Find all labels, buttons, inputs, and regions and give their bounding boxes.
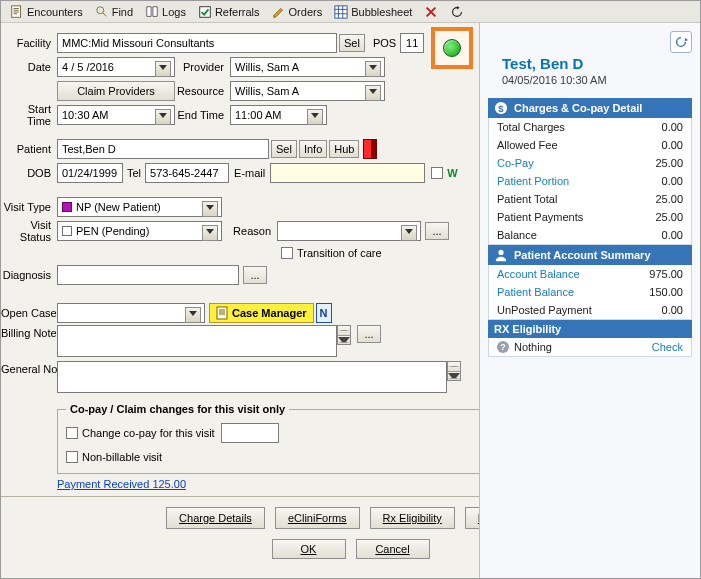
visit-status-value: PEN (Pending) bbox=[76, 225, 149, 237]
summary-key[interactable]: Account Balance bbox=[497, 268, 580, 280]
panel-refresh-button[interactable] bbox=[670, 31, 692, 53]
bubblesheet-label: Bubblesheet bbox=[351, 6, 412, 18]
account-section-body: Account Balance975.00Patient Balance150.… bbox=[488, 265, 692, 320]
general-notes-scrollbar[interactable] bbox=[447, 361, 461, 381]
facility-sel-button[interactable]: Sel bbox=[339, 34, 365, 52]
pos-field[interactable] bbox=[400, 33, 424, 53]
dob-field[interactable] bbox=[57, 163, 123, 183]
alert-flag-icon[interactable] bbox=[363, 139, 377, 159]
panel-patient-name: Test, Ben D bbox=[502, 55, 692, 72]
summary-row: Allowed Fee0.00 bbox=[489, 136, 691, 154]
billing-notes-field[interactable] bbox=[57, 325, 337, 357]
refresh-button[interactable] bbox=[445, 3, 469, 21]
account-section-header: Patient Account Summary bbox=[488, 245, 692, 265]
summary-row: Co-Pay25.00 bbox=[489, 154, 691, 172]
change-copay-checkbox[interactable]: Change co-pay for this visit bbox=[66, 427, 215, 439]
notes-icon bbox=[10, 5, 24, 19]
visit-status-label: Visit Status bbox=[1, 219, 57, 243]
non-billable-label: Non-billable visit bbox=[82, 451, 162, 463]
change-copay-amount-field[interactable] bbox=[221, 423, 279, 443]
case-manager-button[interactable]: Case Manager bbox=[209, 303, 314, 323]
summary-row: Patient Payments25.00 bbox=[489, 208, 691, 226]
resource-label: Resource bbox=[175, 85, 230, 97]
end-time-value: 11:00 AM bbox=[235, 109, 281, 121]
rx-section-body: ?Nothing Check bbox=[488, 338, 692, 357]
svg-text:$: $ bbox=[498, 103, 504, 114]
summary-row: Patient Portion0.00 bbox=[489, 172, 691, 190]
start-time-select[interactable]: 10:30 AM bbox=[57, 105, 175, 125]
logs-button[interactable]: Logs bbox=[140, 3, 191, 21]
online-status-icon[interactable] bbox=[443, 39, 461, 57]
claim-providers-button[interactable]: Claim Providers bbox=[57, 81, 175, 101]
end-time-select[interactable]: 11:00 AM bbox=[230, 105, 327, 125]
patient-info-button[interactable]: Info bbox=[299, 140, 327, 158]
email-checkbox[interactable] bbox=[431, 167, 443, 179]
diagnosis-field[interactable] bbox=[57, 265, 239, 285]
transition-checkbox[interactable]: Transition of care bbox=[281, 247, 382, 259]
general-notes-label: General Notes bbox=[1, 361, 57, 375]
find-label: Find bbox=[112, 6, 133, 18]
svg-point-1 bbox=[96, 6, 103, 13]
encounters-button[interactable]: Encounters bbox=[5, 3, 88, 21]
summary-value: 0.00 bbox=[662, 304, 683, 316]
summary-key[interactable]: Co-Pay bbox=[497, 157, 534, 169]
provider-value: Willis, Sam A bbox=[235, 61, 299, 73]
open-cases-select[interactable] bbox=[57, 303, 205, 323]
charge-details-button[interactable]: Charge Details bbox=[166, 507, 265, 529]
reason-select[interactable] bbox=[277, 221, 421, 241]
charges-section-header: $ Charges & Co-pay Detail bbox=[488, 98, 692, 118]
summary-key: Total Charges bbox=[497, 121, 565, 133]
payment-received-link[interactable]: Payment Received 125.00 bbox=[57, 478, 186, 490]
general-notes-field[interactable] bbox=[57, 361, 447, 393]
tel-label: Tel bbox=[123, 167, 145, 179]
reason-more-button[interactable]: ... bbox=[425, 222, 449, 240]
facility-field[interactable] bbox=[57, 33, 337, 53]
patient-hub-button[interactable]: Hub bbox=[329, 140, 359, 158]
patient-sel-button[interactable]: Sel bbox=[271, 140, 297, 158]
orders-button[interactable]: Orders bbox=[267, 3, 328, 21]
cancel-button[interactable]: Cancel bbox=[356, 539, 430, 559]
person-icon bbox=[494, 248, 508, 262]
summary-key: UnPosted Payment bbox=[497, 304, 592, 316]
svg-rect-2 bbox=[200, 6, 211, 17]
orders-label: Orders bbox=[289, 6, 323, 18]
non-billable-checkbox[interactable]: Non-billable visit bbox=[66, 451, 162, 463]
case-n-button[interactable]: N bbox=[316, 303, 332, 323]
diagnosis-more-button[interactable]: ... bbox=[243, 266, 267, 284]
email-field[interactable] bbox=[270, 163, 425, 183]
summary-value: 25.00 bbox=[655, 157, 683, 169]
diagnosis-label: Diagnosis bbox=[1, 269, 57, 281]
date-picker[interactable]: 4 / 5 /2016 bbox=[57, 57, 175, 77]
summary-key[interactable]: Patient Portion bbox=[497, 175, 569, 187]
rx-eligibility-button[interactable]: Rx Eligibility bbox=[370, 507, 455, 529]
visit-status-select[interactable]: PEN (Pending) bbox=[57, 221, 222, 241]
ecliniforms-button[interactable]: eCliniForms bbox=[275, 507, 360, 529]
dollar-icon: $ bbox=[494, 101, 508, 115]
account-section-title: Patient Account Summary bbox=[514, 249, 651, 261]
ok-button[interactable]: OK bbox=[272, 539, 346, 559]
web-indicator[interactable]: W bbox=[447, 167, 457, 179]
bubblesheet-button[interactable]: Bubblesheet bbox=[329, 3, 417, 21]
rx-check-link[interactable]: Check bbox=[652, 341, 683, 353]
provider-select[interactable]: Willis, Sam A bbox=[230, 57, 385, 77]
patient-field[interactable] bbox=[57, 139, 269, 159]
delete-button[interactable] bbox=[419, 3, 443, 21]
summary-value: 975.00 bbox=[649, 268, 683, 280]
billing-notes-more-button[interactable]: ... bbox=[357, 325, 381, 343]
resource-select[interactable]: Willis, Sam A bbox=[230, 81, 385, 101]
referrals-button[interactable]: Referrals bbox=[193, 3, 265, 21]
visit-type-label: Visit Type bbox=[1, 201, 57, 213]
summary-value: 25.00 bbox=[655, 193, 683, 205]
summary-row: Balance0.00 bbox=[489, 226, 691, 244]
start-time-value: 10:30 AM bbox=[62, 109, 108, 121]
summary-key[interactable]: Patient Balance bbox=[497, 286, 574, 298]
refresh-icon bbox=[450, 5, 464, 19]
billing-notes-scrollbar[interactable] bbox=[337, 325, 351, 345]
panel-visit-datetime: 04/05/2016 10:30 AM bbox=[502, 74, 692, 86]
status-indicator-highlight bbox=[431, 27, 473, 69]
patient-label: Patient bbox=[1, 143, 57, 155]
reason-label: Reason bbox=[222, 225, 277, 237]
tel-field[interactable] bbox=[145, 163, 229, 183]
visit-type-select[interactable]: NP (New Patient) bbox=[57, 197, 222, 217]
find-button[interactable]: Find bbox=[90, 3, 138, 21]
